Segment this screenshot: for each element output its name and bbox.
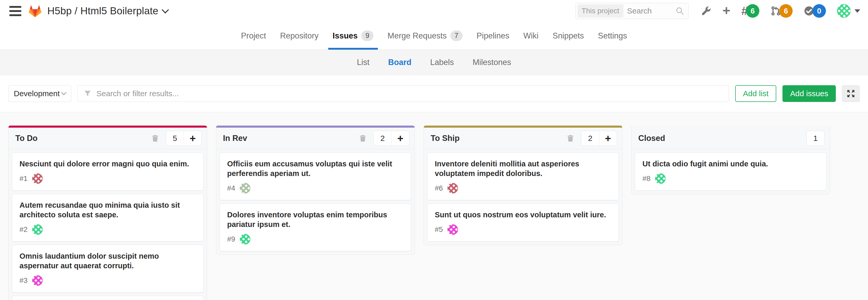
add-issue-plus-icon[interactable]: + — [184, 131, 202, 146]
tab-project[interactable]: Project — [234, 22, 273, 50]
issue-card[interactable]: Voluptates ut cupiditate possimus qui of… — [12, 296, 204, 300]
global-search[interactable]: This project — [576, 3, 689, 19]
column-title: To Ship — [431, 133, 566, 143]
board-filter-bar: Development Add list Add issues — [0, 75, 868, 112]
search-scope-chip: This project — [578, 4, 623, 18]
filter-funnel-icon — [84, 89, 92, 98]
issue-number: #6 — [435, 184, 443, 192]
tab-merge-requests[interactable]: Merge Requests 7 — [380, 22, 469, 50]
global-search-input[interactable] — [627, 6, 672, 16]
issue-number: #9 — [227, 235, 235, 243]
merge-requests-shortcut[interactable]: 6 — [770, 4, 793, 18]
issue-count: 2 — [581, 131, 599, 146]
column-header: To Do 5 + — [8, 128, 207, 149]
merge-requests-count-badge: 6 — [779, 4, 793, 18]
count-pill: 2 + — [581, 131, 617, 146]
tab-wiki[interactable]: Wiki — [516, 22, 546, 50]
delete-list-trash-icon[interactable] — [151, 134, 160, 143]
subtab-labels[interactable]: Labels — [430, 58, 454, 67]
subtab-board[interactable]: Board — [388, 58, 412, 67]
top-bar-icons: + # 6 6 0 — [701, 4, 860, 18]
issue-card[interactable]: Officiis eum accusamus voluptas qui iste… — [220, 153, 411, 200]
todos-count-badge: 0 — [812, 4, 826, 18]
issue-card[interactable]: Nesciunt qui dolore error magni quo quia… — [12, 153, 204, 190]
issue-count: 5 — [166, 131, 184, 146]
new-plus-icon[interactable]: + — [722, 5, 730, 17]
hamburger-menu-icon[interactable] — [9, 6, 21, 16]
milestone-dropdown-value: Development — [14, 89, 60, 98]
add-issues-button[interactable]: Add issues — [782, 85, 836, 102]
column-title: Closed — [638, 133, 806, 143]
column-title: In Rev — [223, 133, 359, 143]
issue-card[interactable]: Inventore deleniti mollitia aut asperior… — [427, 153, 619, 200]
subtab-list[interactable]: List — [357, 58, 369, 67]
issues-count-badge: 6 — [746, 4, 760, 18]
assignee-avatar[interactable] — [240, 234, 250, 245]
column-header: Closed 1 — [631, 128, 830, 149]
tab-issues[interactable]: Issues 9 — [326, 22, 381, 50]
issue-title: Ut dicta odio fugit animi unde quia. — [643, 159, 819, 169]
issue-card[interactable]: Omnis laudantium dolor suscipit nemo asp… — [12, 245, 204, 293]
fullscreen-button[interactable] — [842, 85, 860, 102]
top-bar: H5bp / Html5 Boilerplate This project + … — [0, 0, 868, 22]
issue-card[interactable]: Ut dicta odio fugit animi unde quia. #8 — [635, 153, 827, 190]
project-title[interactable]: H5bp / Html5 Boilerplate — [47, 5, 158, 17]
issue-title: Nesciunt qui dolore error magni quo quia… — [20, 159, 196, 169]
board-search-input[interactable] — [96, 89, 723, 98]
issue-number: #8 — [643, 174, 650, 183]
card-list: Inventore deleniti mollitia aut asperior… — [424, 149, 622, 245]
count-pill: 1 — [806, 131, 825, 146]
add-issue-plus-icon[interactable]: + — [599, 131, 617, 146]
admin-wrench-icon[interactable] — [701, 5, 712, 17]
count-pill: 2 + — [373, 131, 409, 146]
board-column-to-do: To Do 5 + Nesciunt qui dolore error magn… — [8, 126, 207, 300]
board-column-in-rev: In Rev 2 + Officiis eum accusamus volupt… — [216, 126, 415, 255]
tab-snippets[interactable]: Snippets — [546, 22, 591, 50]
column-title: To Do — [16, 133, 151, 143]
issue-card[interactable]: Dolores inventore voluptas enim temporib… — [220, 204, 411, 251]
board-column-to-ship: To Ship 2 + Inventore deleniti mollitia … — [424, 126, 622, 245]
issues-tab-badge: 9 — [361, 30, 373, 41]
count-pill: 5 + — [166, 131, 202, 146]
fullscreen-expand-icon — [846, 89, 856, 98]
add-list-button[interactable]: Add list — [735, 85, 776, 102]
user-menu[interactable] — [837, 4, 860, 18]
issue-number: #3 — [20, 276, 28, 284]
assignee-avatar[interactable] — [32, 275, 43, 286]
subtab-milestones[interactable]: Milestones — [473, 58, 511, 67]
merge-requests-tab-badge: 7 — [451, 30, 463, 41]
assignee-avatar[interactable] — [447, 183, 458, 194]
issue-count: 1 — [807, 131, 824, 146]
board-search-field[interactable] — [78, 85, 729, 102]
gitlab-logo-icon[interactable] — [28, 4, 42, 18]
user-menu-caret-down-icon — [855, 9, 860, 13]
issue-title: Autem recusandae quo minima quia iusto s… — [20, 201, 196, 220]
project-nav: Project Repository Issues 9 Merge Reques… — [0, 22, 868, 50]
card-list: Ut dicta odio fugit animi unde quia. #8 — [631, 149, 830, 194]
add-issue-plus-icon[interactable]: + — [392, 131, 409, 146]
tab-repository[interactable]: Repository — [273, 22, 326, 50]
tab-pipelines[interactable]: Pipelines — [470, 22, 516, 50]
issue-number: #4 — [227, 184, 235, 192]
tab-settings[interactable]: Settings — [591, 22, 634, 50]
delete-list-trash-icon[interactable] — [566, 134, 575, 143]
milestone-dropdown[interactable]: Development — [8, 85, 71, 102]
assignee-avatar[interactable] — [655, 173, 666, 184]
issue-count: 2 — [374, 131, 392, 146]
issue-card[interactable]: Autem recusandae quo minima quia iusto s… — [12, 194, 204, 241]
assignee-avatar[interactable] — [240, 183, 250, 194]
issue-card[interactable]: Sunt ut quos nostrum eos voluptatum veli… — [427, 204, 619, 241]
card-list: Officiis eum accusamus voluptas qui iste… — [216, 149, 414, 254]
delete-list-trash-icon[interactable] — [359, 134, 367, 143]
project-switcher-chevron-down-icon[interactable] — [161, 6, 169, 13]
issue-title: Inventore deleniti mollitia aut asperior… — [435, 159, 611, 178]
assignee-avatar[interactable] — [447, 224, 458, 235]
assignee-avatar[interactable] — [32, 173, 43, 184]
assignee-avatar[interactable] — [32, 224, 43, 235]
issue-title: Officiis eum accusamus voluptas qui iste… — [227, 159, 404, 178]
todos-shortcut[interactable]: 0 — [804, 4, 826, 18]
issue-board: To Do 5 + Nesciunt qui dolore error magn… — [0, 112, 868, 300]
card-list: Nesciunt qui dolore error magni quo quia… — [8, 149, 207, 300]
issues-shortcut[interactable]: # 6 — [741, 4, 760, 18]
issue-number: #1 — [20, 174, 28, 183]
